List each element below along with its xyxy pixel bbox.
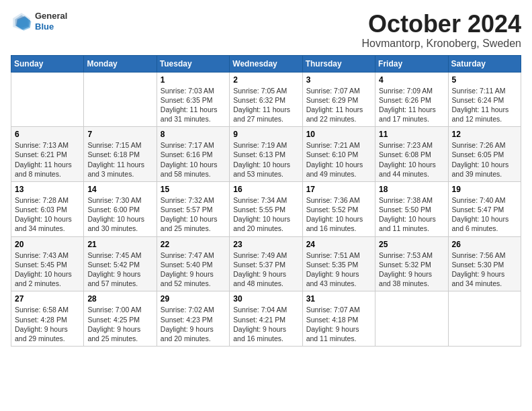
day-number: 17: [306, 185, 371, 194]
calendar-cell: 14Sunrise: 7:30 AM Sunset: 6:00 PM Dayli…: [84, 181, 157, 236]
day-number: 19: [452, 185, 517, 194]
day-number: 16: [233, 185, 298, 194]
day-detail: Sunrise: 7:28 AM Sunset: 6:03 PM Dayligh…: [15, 195, 80, 234]
day-number: 11: [379, 130, 444, 139]
week-row-2: 6Sunrise: 7:13 AM Sunset: 6:21 PM Daylig…: [11, 127, 521, 182]
day-number: 13: [15, 185, 80, 194]
calendar-cell: 19Sunrise: 7:40 AM Sunset: 5:47 PM Dayli…: [448, 181, 521, 236]
calendar-cell: 16Sunrise: 7:34 AM Sunset: 5:55 PM Dayli…: [230, 181, 302, 236]
calendar-cell: 30Sunrise: 7:04 AM Sunset: 4:21 PM Dayli…: [230, 291, 302, 347]
calendar-cell: 23Sunrise: 7:49 AM Sunset: 5:37 PM Dayli…: [230, 236, 302, 291]
day-number: 20: [15, 240, 80, 249]
calendar-cell: 3Sunrise: 7:07 AM Sunset: 6:29 PM Daylig…: [302, 72, 375, 127]
day-number: 30: [233, 294, 298, 304]
logo: General Blue: [11, 11, 67, 32]
week-row-4: 20Sunrise: 7:43 AM Sunset: 5:45 PM Dayli…: [11, 236, 521, 291]
day-detail: Sunrise: 7:56 AM Sunset: 5:30 PM Dayligh…: [452, 250, 517, 289]
calendar-header: SundayMondayTuesdayWednesdayThursdayFrid…: [11, 55, 521, 72]
day-number: 28: [87, 294, 152, 304]
logo-text: General Blue: [35, 11, 67, 32]
day-detail: Sunrise: 7:49 AM Sunset: 5:37 PM Dayligh…: [233, 250, 298, 289]
calendar-location: Hovmantorp, Kronoberg, Sweden: [362, 38, 521, 50]
day-detail: Sunrise: 7:53 AM Sunset: 5:32 PM Dayligh…: [379, 250, 444, 289]
calendar-cell: 10Sunrise: 7:21 AM Sunset: 6:10 PM Dayli…: [302, 127, 375, 182]
day-detail: Sunrise: 7:40 AM Sunset: 5:47 PM Dayligh…: [452, 195, 517, 234]
calendar-cell: [84, 72, 157, 127]
calendar-cell: 22Sunrise: 7:47 AM Sunset: 5:40 PM Dayli…: [157, 236, 229, 291]
day-detail: Sunrise: 7:07 AM Sunset: 4:18 PM Dayligh…: [306, 305, 371, 343]
calendar-cell: 31Sunrise: 7:07 AM Sunset: 4:18 PM Dayli…: [302, 291, 375, 347]
day-number: 27: [15, 294, 80, 304]
calendar-cell: 12Sunrise: 7:26 AM Sunset: 6:05 PM Dayli…: [448, 127, 521, 182]
day-detail: Sunrise: 7:30 AM Sunset: 6:00 PM Dayligh…: [87, 195, 152, 234]
day-number: 7: [87, 130, 152, 139]
day-header-thursday: Thursday: [302, 55, 375, 72]
day-header-wednesday: Wednesday: [230, 55, 302, 72]
day-detail: Sunrise: 7:04 AM Sunset: 4:21 PM Dayligh…: [233, 305, 298, 343]
day-detail: Sunrise: 7:38 AM Sunset: 5:50 PM Dayligh…: [379, 195, 444, 234]
week-row-3: 13Sunrise: 7:28 AM Sunset: 6:03 PM Dayli…: [11, 181, 521, 236]
day-header-saturday: Saturday: [448, 55, 521, 72]
day-detail: Sunrise: 7:15 AM Sunset: 6:18 PM Dayligh…: [87, 140, 152, 179]
day-detail: Sunrise: 7:43 AM Sunset: 5:45 PM Dayligh…: [15, 250, 80, 289]
day-detail: Sunrise: 7:19 AM Sunset: 6:13 PM Dayligh…: [233, 140, 298, 179]
calendar-cell: 25Sunrise: 7:53 AM Sunset: 5:32 PM Dayli…: [375, 236, 448, 291]
calendar-cell: 4Sunrise: 7:09 AM Sunset: 6:26 PM Daylig…: [375, 72, 448, 127]
day-detail: Sunrise: 7:13 AM Sunset: 6:21 PM Dayligh…: [15, 140, 80, 179]
day-detail: Sunrise: 7:34 AM Sunset: 5:55 PM Dayligh…: [233, 195, 298, 234]
day-number: 5: [452, 75, 517, 85]
day-number: 29: [161, 294, 226, 304]
calendar-cell: 1Sunrise: 7:03 AM Sunset: 6:35 PM Daylig…: [157, 72, 229, 127]
day-number: 23: [233, 240, 298, 249]
day-detail: Sunrise: 7:26 AM Sunset: 6:05 PM Dayligh…: [452, 140, 517, 179]
day-number: 22: [161, 240, 226, 249]
day-number: 10: [306, 130, 371, 139]
day-number: 3: [306, 75, 371, 85]
calendar-cell: 5Sunrise: 7:11 AM Sunset: 6:24 PM Daylig…: [448, 72, 521, 127]
day-detail: Sunrise: 7:02 AM Sunset: 4:23 PM Dayligh…: [161, 305, 226, 343]
day-number: 24: [306, 240, 371, 249]
day-number: 2: [233, 75, 298, 85]
logo-icon: [11, 11, 32, 32]
calendar-cell: 26Sunrise: 7:56 AM Sunset: 5:30 PM Dayli…: [448, 236, 521, 291]
logo-blue: Blue: [35, 21, 67, 32]
calendar-cell: [375, 291, 448, 347]
title-block: October 2024 Hovmantorp, Kronoberg, Swed…: [362, 11, 521, 50]
day-detail: Sunrise: 7:05 AM Sunset: 6:32 PM Dayligh…: [233, 86, 298, 124]
calendar-cell: 7Sunrise: 7:15 AM Sunset: 6:18 PM Daylig…: [84, 127, 157, 182]
calendar-cell: 17Sunrise: 7:36 AM Sunset: 5:52 PM Dayli…: [302, 181, 375, 236]
day-detail: Sunrise: 7:17 AM Sunset: 6:16 PM Dayligh…: [161, 140, 226, 179]
day-number: 18: [379, 185, 444, 194]
day-detail: Sunrise: 7:07 AM Sunset: 6:29 PM Dayligh…: [306, 86, 371, 124]
calendar-cell: 6Sunrise: 7:13 AM Sunset: 6:21 PM Daylig…: [11, 127, 84, 182]
week-row-1: 1Sunrise: 7:03 AM Sunset: 6:35 PM Daylig…: [11, 72, 521, 127]
calendar-cell: 18Sunrise: 7:38 AM Sunset: 5:50 PM Dayli…: [375, 181, 448, 236]
day-detail: Sunrise: 7:32 AM Sunset: 5:57 PM Dayligh…: [161, 195, 226, 234]
calendar-cell: 20Sunrise: 7:43 AM Sunset: 5:45 PM Dayli…: [11, 236, 84, 291]
day-number: 12: [452, 130, 517, 139]
week-row-5: 27Sunrise: 6:58 AM Sunset: 4:28 PM Dayli…: [11, 291, 521, 347]
day-detail: Sunrise: 7:09 AM Sunset: 6:26 PM Dayligh…: [379, 86, 444, 124]
day-number: 25: [379, 240, 444, 249]
day-detail: Sunrise: 7:47 AM Sunset: 5:40 PM Dayligh…: [161, 250, 226, 289]
day-number: 1: [161, 75, 226, 85]
calendar-cell: 2Sunrise: 7:05 AM Sunset: 6:32 PM Daylig…: [230, 72, 302, 127]
calendar-cell: 24Sunrise: 7:51 AM Sunset: 5:35 PM Dayli…: [302, 236, 375, 291]
logo-general: General: [35, 11, 67, 21]
calendar-cell: 13Sunrise: 7:28 AM Sunset: 6:03 PM Dayli…: [11, 181, 84, 236]
day-detail: Sunrise: 7:36 AM Sunset: 5:52 PM Dayligh…: [306, 195, 371, 234]
calendar-cell: 27Sunrise: 6:58 AM Sunset: 4:28 PM Dayli…: [11, 291, 84, 347]
day-number: 6: [15, 130, 80, 139]
calendar-cell: 21Sunrise: 7:45 AM Sunset: 5:42 PM Dayli…: [84, 236, 157, 291]
calendar-body: 1Sunrise: 7:03 AM Sunset: 6:35 PM Daylig…: [11, 72, 521, 346]
day-detail: Sunrise: 7:51 AM Sunset: 5:35 PM Dayligh…: [306, 250, 371, 289]
calendar-cell: 15Sunrise: 7:32 AM Sunset: 5:57 PM Dayli…: [157, 181, 229, 236]
day-detail: Sunrise: 7:45 AM Sunset: 5:42 PM Dayligh…: [87, 250, 152, 289]
day-number: 26: [452, 240, 517, 249]
day-detail: Sunrise: 6:58 AM Sunset: 4:28 PM Dayligh…: [15, 305, 80, 343]
day-detail: Sunrise: 7:03 AM Sunset: 6:35 PM Dayligh…: [161, 86, 226, 124]
day-number: 21: [87, 240, 152, 249]
calendar-table: SundayMondayTuesdayWednesdayThursdayFrid…: [11, 55, 521, 347]
calendar-cell: [448, 291, 521, 347]
day-number: 15: [161, 185, 226, 194]
